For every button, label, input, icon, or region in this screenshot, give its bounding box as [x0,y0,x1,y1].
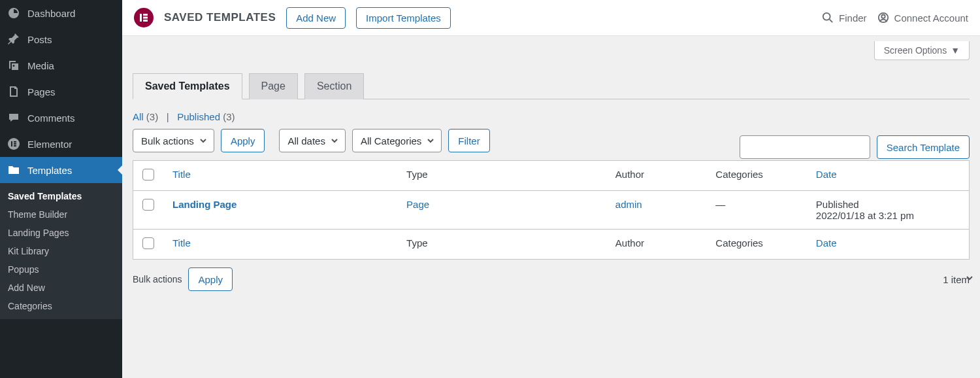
sidebar-sub-categories[interactable]: Categories [0,297,122,315]
sidebar-sub-popups[interactable]: Popups [0,260,122,279]
chevron-down-icon: ▼ [951,45,960,56]
sidebar-item-templates[interactable]: Templates [0,157,122,183]
chevron-down-icon [966,274,973,282]
connect-account-button[interactable]: Connect Account [877,12,968,24]
status-filter-links: All (3) | Published (3) [133,111,970,122]
sidebar-item-label: Comments [27,112,75,124]
svg-rect-6 [143,14,148,16]
sidebar-item-posts[interactable]: Posts [0,26,122,52]
sidebar-sub-theme-builder[interactable]: Theme Builder [0,205,122,224]
tab-page[interactable]: Page [249,73,298,99]
pages-icon [7,85,21,98]
date-status: Published [816,199,859,210]
sidebar-sub-landing-pages[interactable]: Landing Pages [0,224,122,242]
template-type-link[interactable]: Page [406,199,429,210]
search-template-button[interactable]: Search Template [877,135,970,159]
screen-options-label: Screen Options [884,45,947,56]
chevron-down-icon [331,137,338,145]
apply-button[interactable]: Apply [221,129,265,152]
search-input[interactable] [740,135,870,159]
dashboard-icon [7,7,21,20]
admin-sidebar: Dashboard Posts Media Pages Comments Ele… [0,0,122,378]
sidebar-item-pages[interactable]: Pages [0,78,122,105]
categories-value: All Categories [361,135,421,146]
svg-rect-3 [14,143,16,145]
add-new-button[interactable]: Add New [286,7,346,29]
column-title[interactable]: Title [172,169,191,180]
column-type-footer: Type [397,229,606,259]
sidebar-sub-add-new[interactable]: Add New [0,279,122,297]
column-title-footer[interactable]: Title [172,237,191,249]
sidebar-sub-saved-templates[interactable]: Saved Templates [0,187,122,205]
sidebar-item-label: Pages [27,86,56,97]
sidebar-item-media[interactable]: Media [0,52,122,78]
finder-button[interactable]: Finder [822,12,867,24]
svg-rect-5 [140,14,142,22]
tablenav-bottom: Bulk actions Apply 1 item [133,267,970,291]
sidebar-sub-kit-library[interactable]: Kit Library [0,242,122,260]
bulk-actions-select-bottom[interactable]: Bulk actions [133,274,182,284]
column-categories: Categories [706,161,806,191]
content-area: Screen Options ▼ Saved Templates Page Se… [122,36,980,378]
template-author-link[interactable]: admin [615,199,642,210]
screen-options-button[interactable]: Screen Options ▼ [874,41,970,60]
categories-select[interactable]: All Categories [352,129,442,152]
filter-all-count: (3) [146,111,158,122]
pin-icon [7,33,21,46]
user-icon [877,12,889,24]
bulk-actions-value: Bulk actions [141,135,194,146]
elementor-icon [7,137,21,150]
column-date-footer[interactable]: Date [816,237,837,249]
sidebar-item-elementor[interactable]: Elementor [0,131,122,157]
tabs: Saved Templates Page Section [133,73,970,99]
import-templates-button[interactable]: Import Templates [356,7,451,29]
select-all-checkbox-footer[interactable] [142,237,154,249]
tab-section[interactable]: Section [304,73,364,99]
search-icon [822,12,834,24]
template-categories: — [706,191,806,229]
sidebar-item-label: Elementor [27,139,72,150]
table-footer-row: Title Type Author Categories Date [133,229,969,259]
svg-rect-8 [143,20,148,22]
column-type: Type [397,161,606,191]
svg-point-9 [823,13,830,20]
filter-published-count: (3) [223,111,235,122]
separator: | [167,111,169,122]
sidebar-submenu: Saved Templates Theme Builder Landing Pa… [0,183,122,319]
bulk-actions-value-bottom: Bulk actions [133,274,182,284]
sidebar-item-comments[interactable]: Comments [0,105,122,131]
svg-rect-7 [143,17,148,19]
column-author-footer: Author [606,229,706,259]
select-all-checkbox[interactable] [142,169,154,180]
sidebar-item-label: Media [27,60,54,71]
page-title: SAVED TEMPLATES [164,11,276,24]
table-row: Landing Page Page admin — Published 2022… [133,191,969,229]
comments-icon [7,111,21,124]
sidebar-item-label: Dashboard [27,8,75,19]
sidebar-item-label: Templates [27,165,72,176]
elementor-logo [134,8,154,27]
apply-button-bottom[interactable]: Apply [188,267,233,291]
topbar: SAVED TEMPLATES Add New Import Templates… [122,0,980,36]
search-row: Search Template [740,135,970,159]
templates-table: Title Type Author Categories Date Landin… [133,160,970,260]
template-date: Published 2022/01/18 at 3:21 pm [807,191,969,229]
filter-all-link[interactable]: All [133,111,144,122]
tab-saved-templates[interactable]: Saved Templates [133,73,242,99]
column-author: Author [606,161,706,191]
dates-select[interactable]: All dates [279,129,346,152]
filter-published-link[interactable]: Published [177,111,220,122]
date-value: 2022/01/18 at 3:21 pm [816,210,914,221]
sidebar-item-dashboard[interactable]: Dashboard [0,0,122,26]
dates-value: All dates [287,135,325,146]
row-checkbox[interactable] [142,199,154,211]
sidebar-item-label: Posts [27,34,52,45]
bulk-actions-select[interactable]: Bulk actions [133,129,214,152]
filter-button[interactable]: Filter [448,129,489,152]
svg-rect-4 [14,145,16,146]
media-icon [7,59,21,72]
svg-line-10 [830,20,833,23]
template-title-link[interactable]: Landing Page [172,199,237,210]
table-header-row: Title Type Author Categories Date [133,161,969,191]
column-date[interactable]: Date [816,169,837,180]
